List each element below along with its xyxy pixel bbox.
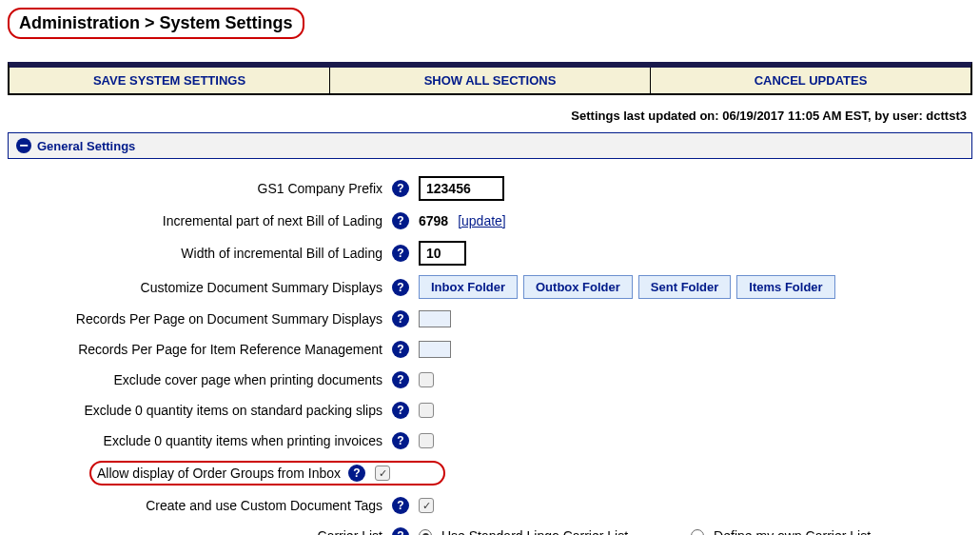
show-all-sections-link[interactable]: SHOW ALL SECTIONS	[424, 73, 557, 88]
carrier-list-label: Carrier List	[17, 528, 388, 535]
records-item-label: Records Per Page for Item Reference Mana…	[17, 342, 388, 357]
help-icon[interactable]: ?	[348, 465, 365, 482]
highlight-oval: Allow display of Order Groups from Inbox…	[89, 461, 445, 485]
bol-incremental-label: Incremental part of next Bill of Lading	[17, 213, 388, 228]
help-icon[interactable]: ?	[392, 245, 409, 262]
collapse-icon[interactable]: −	[16, 138, 31, 153]
save-settings-link[interactable]: SAVE SYSTEM SETTINGS	[93, 73, 245, 88]
bol-incremental-value: 6798	[419, 213, 448, 228]
breadcrumb: Administration > System Settings	[8, 8, 304, 39]
exclude-qty-slips-checkbox[interactable]	[419, 403, 434, 418]
bol-width-input[interactable]	[419, 241, 466, 266]
toolbar-cell: CANCEL UPDATES	[651, 68, 970, 93]
records-doc-input[interactable]	[419, 310, 451, 327]
help-icon[interactable]: ?	[392, 212, 409, 229]
form-area: GS1 Company Prefix ? Incremental part of…	[8, 159, 972, 535]
toolbar-cell: SHOW ALL SECTIONS	[330, 68, 651, 93]
allow-order-groups-label: Allow display of Order Groups from Inbox	[97, 466, 341, 481]
exclude-qty-slips-label: Exclude 0 quantity items on standard pac…	[17, 403, 388, 418]
carrier-standard-label: Use Standard Lingo Carrier List	[441, 528, 628, 535]
gs1-prefix-input[interactable]	[419, 176, 504, 201]
last-updated-status: Settings last updated on: 06/19/2017 11:…	[8, 95, 972, 132]
gs1-prefix-label: GS1 Company Prefix	[17, 181, 388, 196]
custom-tags-checkbox[interactable]: ✓	[419, 498, 434, 513]
help-icon[interactable]: ?	[392, 341, 409, 358]
bol-width-label: Width of incremental Bill of Lading	[17, 246, 388, 261]
carrier-standard-radio[interactable]	[419, 529, 432, 535]
help-icon[interactable]: ?	[392, 497, 409, 514]
help-icon[interactable]: ?	[392, 432, 409, 449]
carrier-own-radio[interactable]	[691, 529, 704, 535]
items-folder-button[interactable]: Items Folder	[736, 275, 834, 299]
help-icon[interactable]: ?	[392, 402, 409, 419]
help-icon[interactable]: ?	[392, 180, 409, 197]
exclude-cover-label: Exclude cover page when printing documen…	[17, 372, 388, 387]
exclude-qty-inv-checkbox[interactable]	[419, 433, 434, 448]
records-item-input[interactable]	[419, 341, 451, 358]
bol-update-link[interactable]: [update]	[458, 213, 506, 228]
custom-tags-label: Create and use Custom Document Tags	[17, 498, 388, 513]
help-icon[interactable]: ?	[392, 310, 409, 327]
carrier-own-label: Define my own Carrier List	[714, 528, 871, 535]
inbox-folder-button[interactable]: Inbox Folder	[419, 275, 518, 299]
allow-order-groups-checkbox[interactable]: ✓	[375, 466, 390, 481]
help-icon[interactable]: ?	[392, 279, 409, 296]
records-doc-label: Records Per Page on Document Summary Dis…	[17, 311, 388, 327]
section-header: − General Settings	[8, 132, 972, 159]
outbox-folder-button[interactable]: Outbox Folder	[523, 275, 633, 299]
sent-folder-button[interactable]: Sent Folder	[638, 275, 732, 299]
toolbar-cell: SAVE SYSTEM SETTINGS	[10, 68, 330, 93]
doc-summary-label: Customize Document Summary Displays	[17, 280, 388, 295]
help-icon[interactable]: ?	[392, 371, 409, 388]
section-title: General Settings	[37, 139, 135, 153]
help-icon[interactable]: ?	[392, 527, 409, 535]
exclude-qty-inv-label: Exclude 0 quantity items when printing i…	[17, 433, 388, 448]
exclude-cover-checkbox[interactable]	[419, 372, 434, 387]
toolbar: SAVE SYSTEM SETTINGS SHOW ALL SECTIONS C…	[8, 62, 972, 95]
cancel-updates-link[interactable]: CANCEL UPDATES	[755, 73, 868, 88]
